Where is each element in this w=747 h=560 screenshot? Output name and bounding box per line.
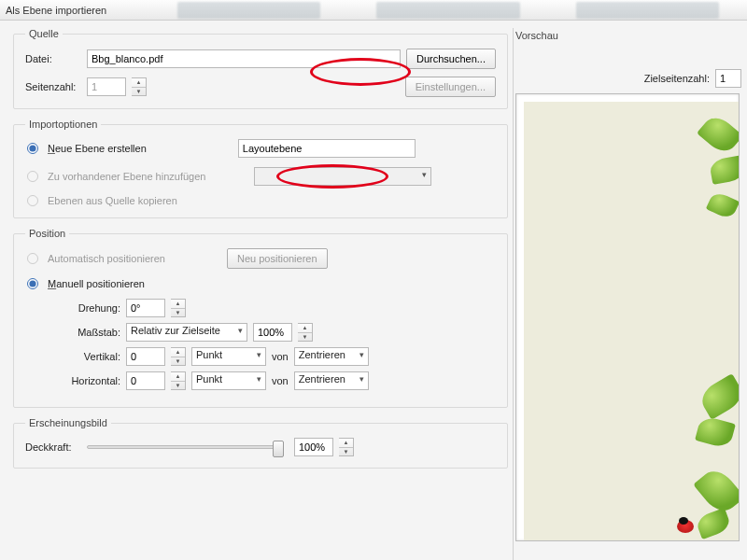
spin-down-icon[interactable]: ▼	[339, 448, 353, 456]
titlebar: Als Ebene importieren	[0, 0, 747, 21]
target-page-input[interactable]	[715, 69, 741, 88]
spin-down-icon[interactable]: ▼	[132, 88, 146, 96]
vertical-spinner[interactable]: ▲▼	[171, 347, 186, 366]
leaf-icon	[697, 373, 740, 420]
preview-canvas	[515, 93, 740, 541]
file-input[interactable]	[87, 49, 401, 68]
legend-appearance: Erscheinungsbild	[25, 417, 111, 428]
from-label-v: von	[272, 351, 289, 362]
horizontal-offset-input[interactable]	[126, 371, 165, 390]
file-label: Datei:	[25, 53, 81, 64]
spin-down-icon[interactable]: ▼	[298, 333, 312, 342]
spin-down-icon[interactable]: ▼	[171, 382, 185, 390]
scale-spinner[interactable]: ▲▼	[298, 323, 313, 342]
pagecount-label: Seitenzahl:	[25, 81, 81, 92]
target-page-label: Zielseitenzahl:	[644, 73, 710, 84]
horizontal-label: Horizontal:	[63, 375, 120, 386]
preview-page	[524, 102, 739, 540]
radio-new-layer-label: NNeue Ebene erstelleneue Ebene erstellen	[48, 143, 147, 154]
radio-add-existing-label: Zu vorhandener Ebene hinzufügen	[48, 171, 205, 182]
horizontal-anchor-combo[interactable]: Zentrieren	[294, 371, 369, 390]
browse-button[interactable]: Durchsuchen...	[406, 49, 496, 69]
radio-manual-position-label: Manuell positionierenManuell positionier…	[48, 278, 145, 289]
radio-add-existing	[27, 171, 38, 182]
legend-import-options: Importoptionen	[25, 119, 101, 130]
settings-button: Einstellungen...	[405, 77, 496, 97]
preview-legend: Vorschau	[515, 30, 747, 41]
scale-mode-combo[interactable]: Relativ zur Zielseite	[126, 323, 247, 342]
pagecount-input	[87, 77, 126, 96]
radio-new-layer[interactable]	[27, 143, 38, 154]
spin-up-icon[interactable]: ▲	[339, 439, 353, 448]
group-position: Position Automatisch positionieren Neu p…	[13, 228, 508, 408]
window-title: Als Ebene importieren	[6, 5, 106, 16]
from-label-h: von	[272, 375, 289, 386]
rotation-spinner[interactable]: ▲▼	[171, 299, 186, 317]
horizontal-spinner[interactable]: ▲▼	[171, 371, 186, 390]
leaf-icon	[697, 112, 740, 158]
group-appearance: Erscheinungsbild Deckkraft: ▲▼	[13, 417, 508, 469]
opacity-spinner[interactable]: ▲▼	[339, 438, 354, 456]
radio-manual-position[interactable]	[27, 278, 38, 289]
scale-value-input[interactable]	[253, 323, 292, 342]
spin-down-icon[interactable]: ▼	[171, 357, 185, 366]
vertical-offset-input[interactable]	[126, 347, 165, 366]
rotation-label: Drehung:	[63, 302, 120, 314]
leaf-icon	[706, 190, 740, 221]
opacity-slider[interactable]	[87, 445, 283, 449]
horizontal-unit-combo[interactable]: Punkt	[191, 371, 266, 390]
pagecount-spinner[interactable]: ▲▼	[132, 77, 147, 96]
leaf-icon	[695, 415, 736, 450]
opacity-label: Deckkraft:	[25, 441, 81, 453]
legend-source: Quelle	[25, 28, 63, 39]
spin-up-icon[interactable]: ▲	[171, 372, 185, 382]
vertical-label: Vertikal:	[63, 351, 120, 362]
spin-up-icon[interactable]: ▲	[298, 324, 312, 333]
ladybug-icon	[677, 520, 694, 533]
legend-position: Position	[25, 228, 69, 239]
vertical-anchor-combo[interactable]: Zentrieren	[294, 347, 369, 366]
spin-down-icon[interactable]: ▼	[171, 309, 185, 317]
vertical-unit-combo[interactable]: Punkt	[191, 347, 266, 366]
background-blur	[149, 0, 747, 21]
group-source: Quelle Datei: Durchsuchen... Seitenzahl:…	[13, 28, 508, 109]
leaf-icon	[709, 155, 740, 185]
new-layer-name-input[interactable]	[238, 139, 416, 158]
spin-up-icon[interactable]: ▲	[171, 348, 185, 357]
existing-layer-combo	[254, 167, 431, 186]
reposition-button: Neu positionieren	[227, 248, 328, 269]
panel-divider	[513, 28, 514, 560]
leaf-icon	[695, 508, 732, 539]
radio-auto-position	[27, 253, 38, 264]
dialog-import-as-layer: Als Ebene importieren Quelle Datei: Durc…	[0, 0, 747, 560]
radio-copy-source-label: Ebenen aus Quelle kopieren	[48, 195, 177, 206]
radio-auto-position-label: Automatisch positionieren	[48, 253, 165, 264]
spin-up-icon[interactable]: ▲	[171, 300, 185, 309]
rotation-input[interactable]	[126, 299, 165, 317]
radio-copy-source	[27, 195, 38, 206]
spin-up-icon[interactable]: ▲	[132, 78, 146, 88]
group-import-options: Importoptionen NNeue Ebene erstelleneue …	[13, 119, 508, 218]
scale-label: Maßstab:	[63, 327, 120, 338]
opacity-input[interactable]	[294, 438, 333, 456]
